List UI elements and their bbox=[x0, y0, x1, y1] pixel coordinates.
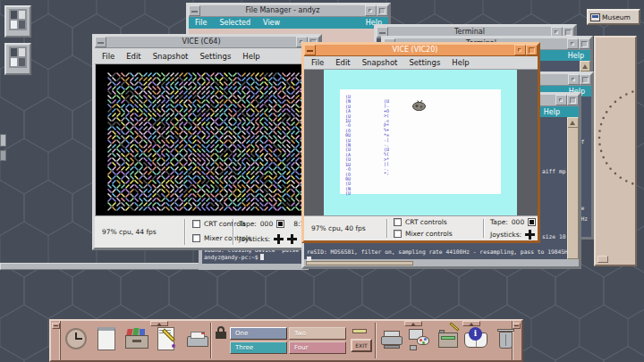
menu-help[interactable]: Help bbox=[568, 52, 584, 60]
info-letter: i bbox=[474, 329, 477, 338]
menu-help[interactable]: Help bbox=[242, 52, 259, 61]
clock-icon[interactable] bbox=[63, 325, 89, 354]
resize-corner[interactable] bbox=[597, 256, 608, 263]
iconify-button[interactable] bbox=[568, 74, 580, 85]
maximize-button[interactable] bbox=[526, 45, 538, 55]
workspace-label: One bbox=[235, 330, 248, 337]
menu-file[interactable]: File bbox=[102, 52, 114, 61]
joysticks-row: Joysticks: bbox=[239, 234, 297, 244]
iconify-icon bbox=[369, 9, 372, 13]
printer-icon[interactable] bbox=[378, 325, 405, 354]
crt-controls-label: CRT controls bbox=[405, 218, 447, 226]
maximize-button[interactable] bbox=[567, 95, 579, 105]
iconify-button[interactable] bbox=[555, 95, 567, 105]
scrollbar[interactable] bbox=[567, 117, 579, 259]
iconify-button[interactable] bbox=[514, 45, 526, 55]
front-panel: One Two Three Four EXIT bbox=[49, 319, 523, 362]
menu-file[interactable]: File bbox=[311, 58, 324, 67]
text-editor-icon[interactable] bbox=[154, 325, 181, 354]
vic20-emulator-area: (U (N (U (A (U 1U -O (O 0U (U (N (U (A (… bbox=[304, 70, 538, 215]
menu-help[interactable]: Help bbox=[544, 108, 560, 116]
iconify-icon bbox=[555, 30, 558, 34]
maximize-icon bbox=[565, 29, 572, 36]
joysticks-label: Joysticks: bbox=[490, 231, 521, 239]
resid-log-line: reSID: MOS6581, filter on, sampling rate… bbox=[307, 248, 572, 256]
workspace-button-three[interactable]: Three bbox=[230, 341, 287, 354]
log-fragment: aiff mp bbox=[542, 168, 566, 175]
menu-help[interactable]: Help bbox=[452, 58, 469, 67]
maximize-icon bbox=[529, 47, 535, 54]
vice-c64-statusbar: 97% cpu, 44 fps CRT controls Mixer contr… bbox=[95, 215, 319, 248]
joysticks-row: Joysticks: bbox=[490, 230, 535, 240]
mixer-controls-label: Mixer controls bbox=[405, 230, 453, 238]
museum-button-label: Museum bbox=[602, 13, 631, 21]
tape-counter: 000 bbox=[512, 218, 524, 226]
tape-label: Tape: bbox=[239, 220, 257, 228]
crt-controls-checkbox[interactable] bbox=[394, 218, 402, 226]
window-menu-button[interactable] bbox=[304, 45, 316, 55]
panel-minimize-handle[interactable] bbox=[52, 323, 60, 329]
museum-button[interactable]: Museum bbox=[587, 9, 640, 25]
tape-status-row: Tape: 000 8:18: bbox=[239, 220, 311, 228]
cpu-fps-status: 97% cpu, 44 fps bbox=[102, 228, 157, 236]
applications-icon[interactable] bbox=[435, 325, 462, 354]
workspace-button-one[interactable]: One bbox=[230, 327, 287, 340]
menu-snapshot[interactable]: Snapshot bbox=[153, 52, 189, 61]
help-icon[interactable]: i bbox=[462, 325, 489, 354]
vic20-screen[interactable]: (U (N (U (A (U 1U -O (O 0U (U (N (U (A (… bbox=[340, 89, 501, 194]
museum-window-icon bbox=[590, 13, 600, 21]
vice-c64-title: VICE (C64) bbox=[106, 37, 296, 47]
vice-vic20-window: VICE (VIC20) File Edit Snapshot Settings… bbox=[301, 42, 540, 243]
file-manager-icon[interactable] bbox=[123, 325, 150, 354]
window-menu-button[interactable] bbox=[189, 5, 200, 16]
menu-file[interactable]: File bbox=[195, 19, 207, 27]
minimized-window-icon[interactable] bbox=[4, 43, 31, 75]
menu-selected[interactable]: Selected bbox=[219, 19, 250, 27]
workspace-label: Two bbox=[294, 330, 306, 337]
workspace-button-four[interactable]: Four bbox=[289, 341, 346, 354]
menu-snapshot[interactable]: Snapshot bbox=[362, 58, 398, 67]
vice-vic20-title: VICE (VIC20) bbox=[316, 45, 514, 55]
workspace-label: Three bbox=[235, 344, 253, 351]
mixer-controls-checkbox[interactable] bbox=[192, 234, 200, 242]
edge-icon-sliver bbox=[0, 150, 6, 161]
menu-view[interactable]: View bbox=[263, 19, 280, 27]
cpu-fps-status: 97% cpu, 40 fps bbox=[311, 224, 366, 232]
mixer-controls-checkbox[interactable] bbox=[394, 230, 402, 238]
joystick-icon bbox=[274, 234, 284, 244]
maximize-icon bbox=[570, 97, 576, 104]
menu-settings[interactable]: Settings bbox=[199, 52, 231, 61]
dial-tickmarks-icon bbox=[596, 38, 635, 265]
maximize-button[interactable] bbox=[579, 38, 590, 49]
calendar-icon[interactable] bbox=[93, 325, 120, 354]
vice-c64-titlebar[interactable]: VICE (C64) bbox=[95, 37, 319, 48]
lock-icon[interactable] bbox=[216, 326, 226, 339]
menu-edit[interactable]: Edit bbox=[335, 58, 350, 67]
maximize-button[interactable] bbox=[580, 74, 591, 85]
menu-settings[interactable]: Settings bbox=[409, 58, 440, 67]
crt-controls-checkbox[interactable] bbox=[192, 220, 200, 228]
scroll-up-icon bbox=[568, 118, 578, 128]
file-manager-title: File Manager - andyz bbox=[200, 5, 365, 16]
c64-emulator-screen[interactable] bbox=[96, 64, 318, 216]
trash-icon[interactable] bbox=[493, 325, 520, 354]
horizontal-scrollbar[interactable] bbox=[306, 261, 413, 265]
tape-motor-indicator bbox=[528, 218, 536, 226]
dash-icon bbox=[307, 50, 313, 52]
menu-edit[interactable]: Edit bbox=[126, 52, 140, 61]
workspace-button-two[interactable]: Two bbox=[289, 327, 346, 340]
vic20-text-column: (U (N (U (A (U 1U -O (O 0U (U (N (U (A (… bbox=[345, 95, 351, 197]
crt-controls-row: CRT controls bbox=[192, 220, 246, 228]
maximize-button[interactable] bbox=[377, 5, 388, 16]
mail-icon[interactable] bbox=[184, 325, 211, 354]
window-menu-button[interactable] bbox=[95, 37, 106, 47]
vice-vic20-titlebar[interactable]: VICE (VIC20) bbox=[304, 45, 538, 56]
iconify-button[interactable] bbox=[567, 38, 579, 49]
exit-button[interactable]: EXIT bbox=[351, 339, 372, 352]
iconify-icon bbox=[572, 78, 575, 81]
iconify-button[interactable] bbox=[365, 5, 377, 16]
vic20-screen-border[interactable]: (U (N (U (A (U 1U -O (O 0U (U (N (U (A (… bbox=[324, 70, 517, 215]
minimized-window-icon[interactable] bbox=[4, 5, 31, 38]
file-manager-titlebar[interactable]: File Manager - andyz bbox=[189, 5, 388, 17]
style-manager-icon[interactable] bbox=[406, 325, 433, 354]
